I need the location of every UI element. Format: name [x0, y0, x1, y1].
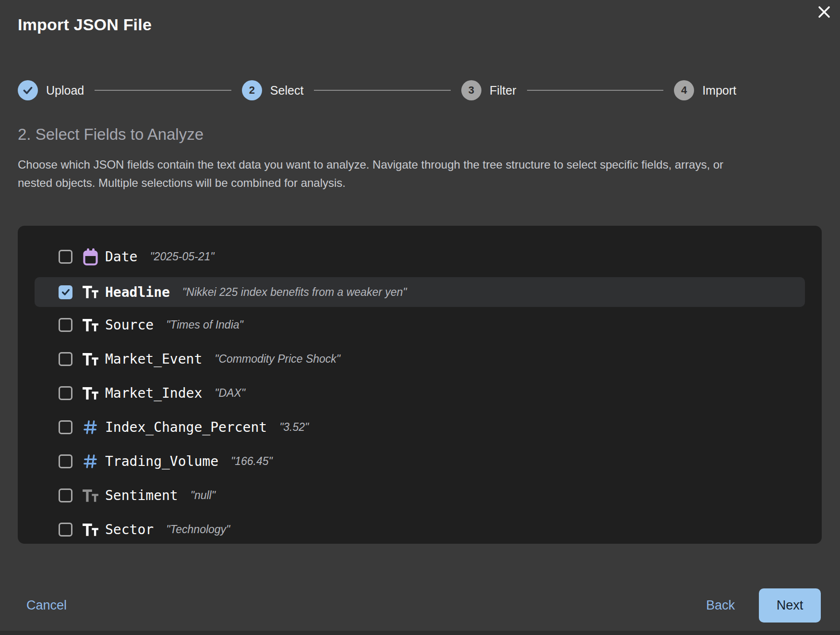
field-row[interactable]: Index_Change_Percent "3.52" [35, 414, 805, 441]
field-row[interactable]: Source "Times of India" [35, 311, 805, 339]
step-number: 2 [242, 80, 262, 100]
step-label: Upload [46, 84, 84, 98]
field-value: "Times of India" [166, 318, 243, 331]
field-name: Headline [105, 284, 170, 300]
next-button[interactable]: Next [759, 588, 821, 623]
field-row[interactable]: Market_Index "DAX" [35, 379, 805, 407]
text-type-icon [82, 318, 99, 332]
step-select[interactable]: 2 Select [242, 80, 303, 100]
footer: Cancel Back Next [26, 588, 821, 623]
step-connector [95, 90, 231, 91]
field-row[interactable]: Date "2025-05-21" [35, 243, 805, 270]
close-icon [816, 4, 832, 20]
field-row[interactable]: Market_Event "Commodity Price Shock" [35, 345, 805, 373]
step-filter[interactable]: 3 Filter [461, 80, 516, 100]
text-type-icon [82, 386, 99, 401]
section-description: Choose which JSON fields contain the tex… [18, 156, 752, 192]
field-row[interactable]: Sentiment "null" [35, 482, 805, 509]
field-value: "2025-05-21" [150, 250, 214, 263]
field-checkbox[interactable] [59, 488, 72, 502]
field-checkbox[interactable] [59, 454, 72, 468]
field-value: "Technology" [166, 523, 230, 536]
field-name: Market_Event [105, 351, 202, 367]
calendar-icon [82, 248, 99, 266]
text-type-icon [82, 285, 99, 299]
field-tree-panel[interactable]: Date "2025-05-21" Headline "Nikkei 225 i… [18, 226, 822, 544]
text-type-icon [82, 352, 99, 366]
field-value: "Nikkei 225 index benefits from a weaker… [182, 286, 407, 299]
close-button[interactable] [814, 2, 834, 22]
field-row[interactable]: Trading_Volume "166.45" [35, 448, 805, 475]
step-connector [527, 90, 664, 91]
field-name: Source [105, 317, 154, 333]
field-checkbox[interactable] [59, 523, 72, 537]
text-type-icon [82, 488, 99, 503]
field-name: Index_Change_Percent [105, 419, 267, 435]
number-icon [82, 454, 99, 469]
field-name: Trading_Volume [105, 453, 218, 469]
field-checkbox[interactable] [59, 386, 72, 400]
number-icon [82, 420, 99, 435]
field-name: Sector [105, 522, 154, 537]
field-checkbox[interactable] [59, 352, 72, 366]
field-value: "null" [191, 489, 216, 502]
field-checkbox[interactable] [59, 250, 72, 264]
field-name: Market_Index [105, 385, 202, 401]
step-number: 4 [674, 80, 694, 100]
field-checkbox[interactable] [59, 420, 72, 434]
section-heading: 2. Select Fields to Analyze [18, 125, 840, 144]
step-upload[interactable]: Upload [18, 80, 84, 100]
step-import[interactable]: 4 Import [674, 80, 736, 100]
field-value: "3.52" [279, 421, 309, 434]
field-row[interactable]: Headline "Nikkei 225 index benefits from… [35, 277, 805, 307]
field-checkbox[interactable] [59, 285, 72, 299]
step-label: Filter [490, 84, 516, 98]
field-row[interactable]: Sector "Technology" [35, 516, 805, 543]
text-type-icon [82, 523, 99, 537]
stepper: Upload 2 Select 3 Filter 4 Import [18, 80, 736, 100]
field-checkbox[interactable] [59, 318, 72, 332]
step-label: Select [270, 84, 303, 98]
page-title: Import JSON File [18, 15, 840, 34]
step-label: Import [702, 84, 736, 98]
step-number: 3 [461, 80, 481, 100]
step-connector [314, 90, 451, 91]
field-value: "DAX" [215, 387, 245, 400]
step-complete-check-icon [18, 80, 38, 100]
field-name: Sentiment [105, 488, 178, 503]
field-value: "166.45" [231, 455, 273, 468]
field-name: Date [105, 249, 137, 265]
cancel-button[interactable]: Cancel [26, 598, 67, 613]
field-value: "Commodity Price Shock" [215, 353, 340, 366]
back-button[interactable]: Back [706, 598, 735, 613]
